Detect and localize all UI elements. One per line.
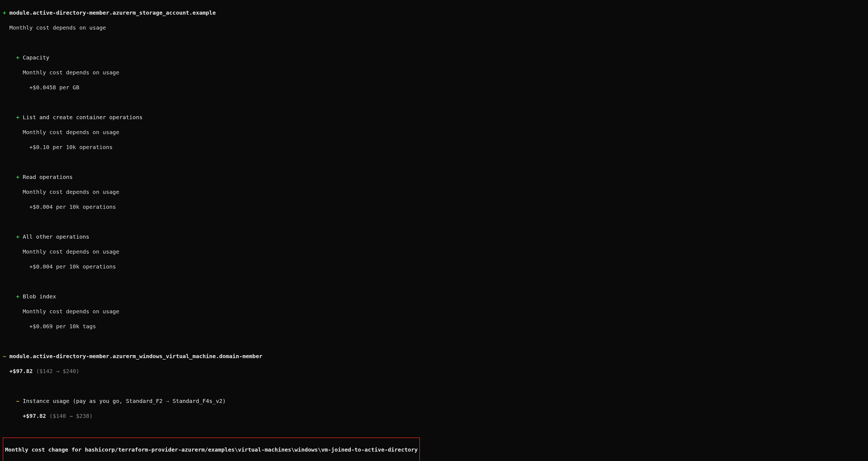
item-name: Read operations [23, 174, 73, 180]
item-name: All other operations [23, 234, 89, 240]
item-price: +$0.004 per 10k operations [29, 263, 116, 270]
tilde-icon: ~ [16, 398, 19, 404]
item-price: +$0.0458 per GB [29, 84, 79, 91]
tilde-icon: ~ [3, 353, 6, 360]
plus-icon: + [16, 174, 19, 180]
plus-icon: + [16, 234, 19, 240]
instance-usage-new: Standard_F4s_v2) [173, 398, 226, 404]
instance-usage-prefix: Instance usage (pay as you go, Standard_… [23, 398, 162, 404]
arrow-icon: → [69, 412, 73, 419]
item-depends: Monthly cost depends on usage [23, 308, 119, 315]
arrow-icon: → [56, 368, 59, 374]
arrow-icon: → [166, 398, 169, 404]
to-value: $238 [76, 412, 89, 419]
item-depends: Monthly cost depends on usage [23, 189, 119, 195]
plus-icon: + [16, 114, 19, 121]
summary-box: Monthly cost change for hashicorp/terraf… [3, 437, 420, 461]
item-price: +$0.004 per 10k operations [29, 204, 116, 210]
item-name: Capacity [23, 54, 49, 61]
item-name: List and create container operations [23, 114, 142, 121]
item-depends: Monthly cost depends on usage [23, 129, 119, 135]
plus-icon: + [3, 9, 6, 16]
terminal-output: + module.active-directory-member.azurerm… [0, 0, 868, 461]
item-depends: Monthly cost depends on usage [23, 248, 119, 255]
delta-value: +$97.82 [23, 412, 46, 419]
resource-summary: Monthly cost depends on usage [9, 24, 106, 31]
item-name: Blob index [23, 293, 56, 300]
resource-title: module.active-directory-member.azurerm_w… [9, 353, 262, 360]
summary-title: Monthly cost change for hashicorp/terraf… [5, 447, 418, 453]
item-price: +$0.10 per 10k operations [29, 144, 113, 150]
delta-value: +$97.82 [9, 368, 33, 374]
from-value: $142 [39, 368, 53, 374]
plus-icon: + [16, 54, 19, 61]
item-depends: Monthly cost depends on usage [23, 69, 119, 76]
item-price: +$0.069 per 10k tags [29, 323, 96, 330]
from-value: $140 [53, 412, 66, 419]
plus-icon: + [16, 293, 19, 300]
resource-title: module.active-directory-member.azurerm_s… [9, 9, 216, 16]
to-value: $240 [63, 368, 76, 374]
